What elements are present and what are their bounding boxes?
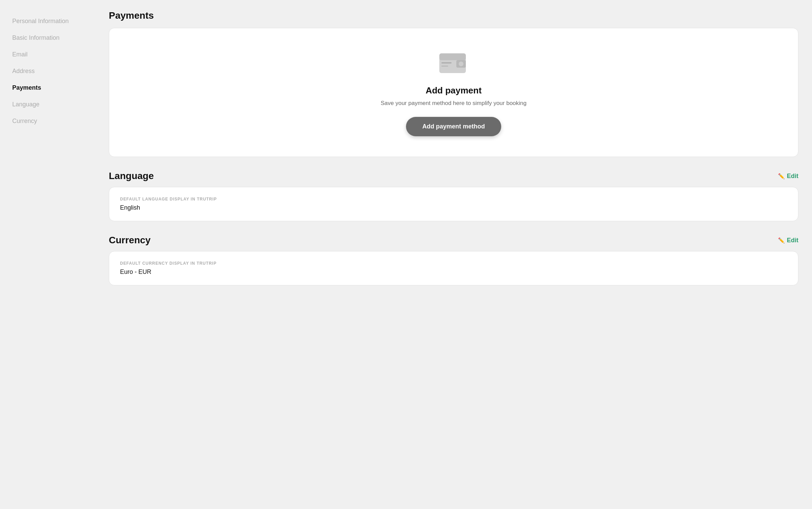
add-payment-title: Add payment [426, 85, 482, 96]
currency-card: DEFAULT CURRENCY DISPLAY IN TRUTRIP Euro… [109, 251, 798, 285]
language-edit-icon: ✏️ [778, 173, 785, 179]
currency-title: Currency [109, 235, 151, 246]
sidebar-item-address[interactable]: Address [7, 64, 88, 79]
svg-rect-5 [441, 66, 448, 67]
language-section-header: Language ✏️ Edit [109, 171, 798, 181]
sidebar-item-basic-information[interactable]: Basic Information [7, 30, 88, 46]
wallet-icon [437, 49, 471, 77]
main-content: Payments Add payment Sa [95, 0, 812, 509]
sidebar-item-personal-information[interactable]: Personal Information [7, 14, 88, 29]
svg-point-3 [459, 62, 463, 66]
currency-section: Currency ✏️ Edit DEFAULT CURRENCY DISPLA… [109, 235, 798, 285]
svg-rect-4 [441, 62, 452, 64]
svg-rect-1 [439, 53, 466, 60]
language-field-value: English [120, 204, 787, 211]
currency-edit-button[interactable]: ✏️ Edit [778, 237, 798, 244]
sidebar-item-currency[interactable]: Currency [7, 113, 88, 129]
language-card: DEFAULT LANGUAGE DISPLAY IN TRUTRIP Engl… [109, 187, 798, 221]
language-edit-button[interactable]: ✏️ Edit [778, 173, 798, 180]
payments-section: Payments Add payment Sa [109, 10, 798, 157]
currency-field-label: DEFAULT CURRENCY DISPLAY IN TRUTRIP [120, 261, 787, 266]
payments-title: Payments [109, 10, 798, 21]
language-title: Language [109, 171, 154, 181]
language-edit-label: Edit [787, 173, 798, 180]
sidebar-item-email[interactable]: Email [7, 47, 88, 62]
currency-field-value: Euro - EUR [120, 268, 787, 276]
sidebar: Personal Information Basic Information E… [0, 0, 95, 509]
currency-edit-icon: ✏️ [778, 237, 785, 244]
language-field-label: DEFAULT LANGUAGE DISPLAY IN TRUTRIP [120, 197, 787, 201]
currency-edit-label: Edit [787, 237, 798, 244]
payments-card: Add payment Save your payment method her… [109, 28, 798, 157]
sidebar-item-payments[interactable]: Payments [7, 80, 88, 95]
language-section: Language ✏️ Edit DEFAULT LANGUAGE DISPLA… [109, 171, 798, 221]
add-payment-method-button[interactable]: Add payment method [406, 117, 501, 136]
add-payment-subtitle: Save your payment method here to simplif… [380, 100, 526, 107]
currency-section-header: Currency ✏️ Edit [109, 235, 798, 246]
sidebar-item-language[interactable]: Language [7, 97, 88, 112]
